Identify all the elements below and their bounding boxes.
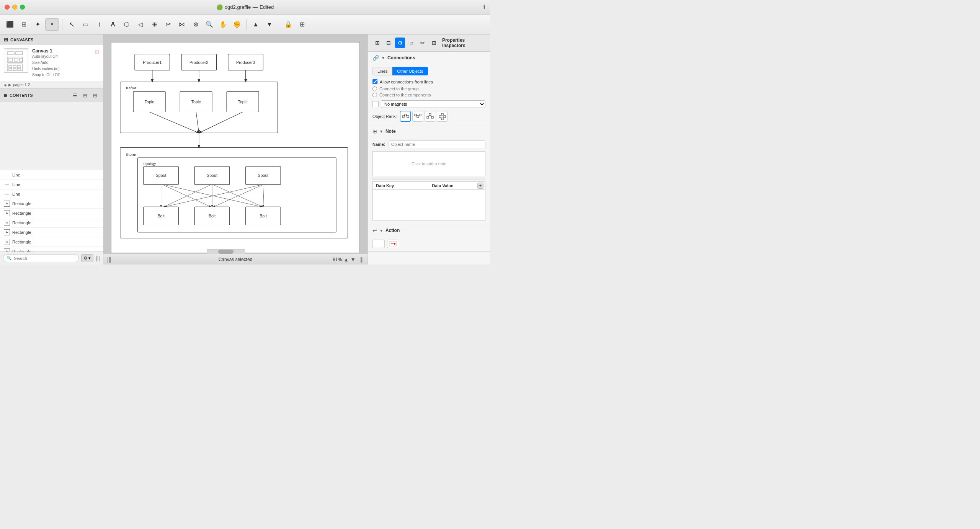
tab-other-btn[interactable]: Other Objects bbox=[392, 67, 428, 75]
connect-components-label: Connect to the components bbox=[379, 93, 431, 97]
edge-tool-btn[interactable]: ⋈ bbox=[176, 18, 188, 31]
minimize-button[interactable] bbox=[12, 5, 17, 10]
rect-icon: A bbox=[4, 201, 10, 207]
list-item[interactable]: — Line bbox=[0, 170, 103, 180]
data-add-btn[interactable]: + bbox=[477, 183, 483, 189]
lasso-tool-btn[interactable]: ⌇ bbox=[93, 18, 105, 31]
magnet-checkbox[interactable] bbox=[372, 101, 379, 107]
list-item[interactable]: A Rectangle bbox=[0, 209, 103, 218]
note-name-input[interactable] bbox=[389, 140, 485, 148]
grid-view-btn[interactable]: ⊞ bbox=[296, 18, 308, 31]
text-tool-btn[interactable]: A bbox=[107, 18, 119, 31]
connect-group-radio[interactable] bbox=[372, 87, 377, 91]
outline-view-btn[interactable]: ⊟ bbox=[81, 91, 89, 100]
grid-view-btn[interactable]: ⊞ bbox=[91, 91, 99, 100]
search-box[interactable]: 🔍 bbox=[3, 254, 79, 262]
list-item[interactable]: A Rectangle bbox=[0, 237, 103, 247]
select-tool-btn[interactable]: ↖ bbox=[65, 18, 78, 31]
note-collapse-arrow: ▼ bbox=[379, 129, 383, 134]
canvas-scrollbar[interactable] bbox=[207, 249, 245, 254]
pen-tool-btn[interactable]: ◁ bbox=[134, 18, 147, 31]
svg-rect-46 bbox=[405, 114, 407, 116]
arrange-down-btn[interactable]: ▼ bbox=[263, 18, 276, 31]
tab-lines-btn[interactable]: Lines bbox=[372, 67, 392, 75]
sidebar-toggle-left[interactable]: ||| bbox=[107, 256, 111, 263]
canvas-area[interactable]: Producer1 Producer2 Producer3 KafKa Topi… bbox=[103, 34, 368, 264]
zoom-up-btn[interactable]: ▲ bbox=[343, 256, 349, 263]
note-textarea[interactable]: Click to add a note bbox=[372, 151, 485, 176]
data-rows bbox=[373, 190, 485, 220]
connections-section-header[interactable]: 🔗 ▼ Connections bbox=[368, 52, 490, 64]
grab-tool-btn[interactable]: ✊ bbox=[231, 18, 243, 31]
arrange-up-btn[interactable]: ▲ bbox=[250, 18, 262, 31]
sidebar-toggle-btn[interactable]: ⬛ bbox=[4, 18, 16, 31]
producer1-label: Producer1 bbox=[143, 60, 162, 65]
action-section-header[interactable]: ↩ ▼ Action bbox=[368, 224, 490, 237]
connect-components-radio[interactable] bbox=[372, 93, 377, 97]
rect-tool-btn[interactable]: ▭ bbox=[79, 18, 91, 31]
sidebar-right-toggle[interactable]: ||| bbox=[359, 256, 364, 263]
list-view-btn[interactable]: ☰ bbox=[71, 91, 79, 100]
panel-arrange-btn[interactable]: ⊞ bbox=[372, 38, 382, 48]
rank-opt-2[interactable] bbox=[412, 111, 423, 122]
svg-rect-52 bbox=[419, 114, 421, 116]
svg-rect-51 bbox=[417, 116, 419, 118]
rank-opt-3[interactable] bbox=[425, 111, 435, 122]
canvas-item[interactable]: Canvas 1 Auto-layout Off Size Auto Units… bbox=[0, 45, 103, 81]
search-input[interactable] bbox=[14, 256, 75, 261]
producer2-label: Producer2 bbox=[189, 60, 208, 65]
list-item[interactable]: — Line bbox=[0, 189, 103, 199]
diagram-tool-btn[interactable]: ⊕ bbox=[148, 18, 160, 31]
collapse-arrow: ▼ bbox=[381, 56, 385, 60]
connect-tool-btn[interactable]: ✂ bbox=[162, 18, 174, 31]
diagram-svg[interactable]: Producer1 Producer2 Producer3 KafKa Topi… bbox=[111, 42, 359, 253]
data-value-col bbox=[429, 190, 485, 220]
action-box-1[interactable] bbox=[372, 240, 385, 248]
anchor-tool-btn[interactable]: ⊗ bbox=[189, 18, 202, 31]
magnets-select[interactable]: No magnets bbox=[381, 100, 485, 108]
close-button[interactable] bbox=[5, 5, 10, 10]
canvas-grid-btn[interactable]: ⊞ bbox=[18, 18, 30, 31]
allow-connections-label: Allow connections from lines bbox=[380, 80, 433, 84]
rect-icon: A bbox=[4, 229, 10, 235]
connections-title: Connections bbox=[387, 55, 485, 60]
note-resize-handle[interactable] bbox=[372, 178, 485, 180]
settings-button[interactable]: ⚙ ▾ bbox=[81, 254, 93, 262]
panel-properties-btn[interactable]: ⚙ bbox=[395, 38, 405, 48]
sidebar-resize-handle[interactable]: ||| bbox=[96, 255, 100, 261]
note-name-row: Name: bbox=[372, 140, 485, 148]
list-item[interactable]: A Rectangle bbox=[0, 218, 103, 228]
style-dropdown[interactable]: ▾ bbox=[45, 18, 59, 31]
lock-btn[interactable]: 🔒 bbox=[282, 18, 294, 31]
add-object-btn[interactable]: ✦ bbox=[31, 18, 44, 31]
contents-header: ⊞ CONTENTS ☰ ⊟ ⊞ bbox=[0, 89, 103, 102]
action-box-2[interactable] bbox=[387, 240, 399, 248]
panel-canvas-btn[interactable]: ⊞ bbox=[429, 38, 439, 48]
svg-rect-62 bbox=[444, 116, 446, 118]
panel-action-btn[interactable]: ✏ bbox=[418, 38, 428, 48]
list-item[interactable]: — Line bbox=[0, 180, 103, 189]
note-section: ⊞ ▼ Note Name: Click to add a note Data … bbox=[368, 125, 490, 224]
zoom-down-btn[interactable]: ▼ bbox=[350, 256, 356, 263]
info-button[interactable]: ℹ bbox=[483, 3, 485, 11]
rank-opt-1[interactable] bbox=[400, 111, 411, 122]
scrollbar-thumb[interactable] bbox=[218, 250, 234, 254]
pan-tool-btn[interactable]: ✋ bbox=[217, 18, 229, 31]
kafka-label: KafKa bbox=[126, 86, 136, 90]
rank-opt-4[interactable] bbox=[437, 111, 448, 122]
allow-connections-row: Allow connections from lines bbox=[372, 79, 485, 84]
allow-connections-checkbox[interactable] bbox=[372, 79, 377, 84]
rect-icon: A bbox=[4, 210, 10, 216]
shape-tool-btn[interactable]: ⬡ bbox=[121, 18, 133, 31]
note-section-header[interactable]: ⊞ ▼ Note bbox=[368, 125, 490, 137]
svg-line-48 bbox=[404, 115, 405, 116]
layer-icon: ◈ bbox=[4, 83, 7, 87]
list-item[interactable]: A Rectangle bbox=[0, 199, 103, 209]
zoom-tool-btn[interactable]: 🔍 bbox=[203, 18, 216, 31]
item-label: Rectangle bbox=[12, 201, 31, 206]
list-item[interactable]: A Rectangle bbox=[0, 228, 103, 237]
panel-connections-btn[interactable]: ⊃ bbox=[407, 38, 416, 48]
fullscreen-button[interactable] bbox=[20, 5, 25, 10]
panel-style-btn[interactable]: ⊟ bbox=[384, 38, 394, 48]
list-item[interactable]: A Rectangle bbox=[0, 247, 103, 252]
